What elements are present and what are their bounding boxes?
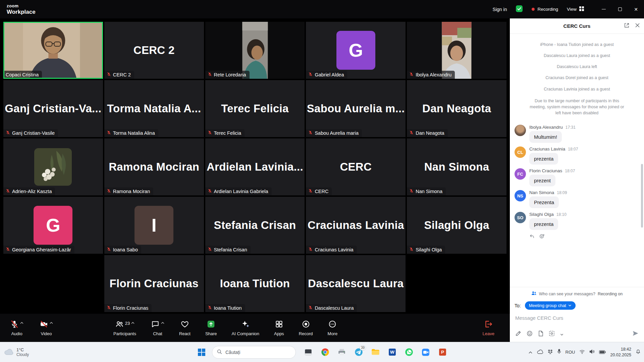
emoji-icon[interactable]: [527, 330, 533, 338]
participant-tile[interactable]: Craciunas Lavinia Craciunas Lavinia: [306, 197, 406, 254]
notifications-icon[interactable]: [636, 349, 641, 355]
tile-content: Terec Felicia: [205, 80, 305, 137]
chat-message-list[interactable]: iPhone - Ioana Tiution joined as a guest…: [510, 34, 644, 287]
toolbar-video-button[interactable]: Video: [40, 320, 53, 336]
chevron-up-icon[interactable]: [161, 320, 164, 325]
mic-muted-icon: [308, 189, 313, 194]
file-icon[interactable]: [538, 330, 543, 338]
taskbar-app-word-icon[interactable]: W: [385, 345, 399, 359]
toolbar-participants-button[interactable]: 23Participants: [113, 320, 136, 336]
onedrive-cloud-icon[interactable]: [537, 349, 543, 355]
share-icon: [207, 320, 215, 329]
dropbox-icon[interactable]: [548, 349, 553, 355]
add-reaction-icon[interactable]: [539, 234, 545, 240]
message-bubble[interactable]: Prezenta: [529, 196, 559, 208]
participant-display-name: Sabou Aurelia m...: [306, 80, 406, 137]
security-shield-icon[interactable]: [516, 5, 523, 14]
volume-icon[interactable]: [589, 349, 595, 355]
participant-tile[interactable]: Ganj Cristian-Va... Ganj Cristian-Vasile: [3, 80, 103, 137]
message-bubble[interactable]: Multumim!: [529, 131, 562, 143]
toolbar-item-label: More: [328, 331, 338, 336]
taskbar-app-printer-icon[interactable]: [335, 345, 349, 359]
taskbar-clock[interactable]: 18:42 20.02.2025: [610, 347, 631, 358]
close-button[interactable]: ✕: [628, 0, 644, 18]
chevron-up-icon[interactable]: [20, 320, 23, 325]
maximize-button[interactable]: [612, 0, 628, 18]
toolbar-record-button[interactable]: Record: [299, 320, 313, 336]
mic-tray-icon[interactable]: [557, 349, 561, 355]
chevron-up-icon[interactable]: [50, 320, 53, 325]
participant-tile[interactable]: Torma Natalia A... Torma Natalia Alina: [104, 80, 204, 137]
message-bubble[interactable]: prezent: [529, 175, 555, 186]
language-indicator[interactable]: ROU: [566, 350, 575, 355]
participant-tile[interactable]: I Ioana Sabo: [104, 197, 204, 254]
popout-icon[interactable]: [624, 22, 630, 29]
message-time: 18:09: [557, 190, 567, 195]
send-icon[interactable]: [632, 330, 639, 338]
minimize-button[interactable]: [596, 0, 612, 18]
participant-tile[interactable]: Ioana Tiution Ioana Tiution: [205, 255, 305, 312]
start-button[interactable]: [195, 345, 209, 359]
toolbar-share-button[interactable]: Share: [205, 320, 217, 336]
participant-tile[interactable]: CERC CERC: [306, 138, 406, 195]
battery-icon[interactable]: [599, 349, 606, 355]
wifi-icon[interactable]: [579, 349, 585, 355]
chat-scrollbar[interactable]: [641, 164, 643, 228]
message-bubble[interactable]: prezenta: [529, 153, 558, 165]
participant-tile[interactable]: Rete Loredana: [205, 22, 305, 79]
toolbar-ai-companion-button[interactable]: AI Companion: [232, 320, 259, 336]
mic-muted-icon: [308, 305, 313, 311]
participant-display-name: CERC 2: [104, 22, 204, 79]
participant-tile[interactable]: Nan Simona Nan Simona: [407, 138, 506, 195]
privacy-question[interactable]: Who can see your messages?: [539, 292, 595, 296]
participant-tile[interactable]: Dascalescu Laura Dascalescu Laura: [306, 255, 406, 312]
taskbar-search[interactable]: Căutați: [212, 346, 296, 359]
participant-tile[interactable]: G Georgiana Gherasim-Lazăr: [3, 197, 103, 254]
participant-tile[interactable]: Florin Craciunas Florin Craciunas: [104, 255, 204, 312]
chevron-down-icon[interactable]: [560, 331, 564, 337]
toolbar-chat-button[interactable]: Chat: [151, 320, 164, 336]
chat-message: FCFlorin Craciunas18:07prezent: [510, 165, 644, 187]
participant-tile[interactable]: Ibolya Alexandru: [407, 22, 506, 79]
video-grid: Copaci Cristina CERC 2 CERC 2 Rete Lored…: [0, 18, 510, 314]
participant-tile[interactable]: Ramona Mociran Ramona Mociran: [104, 138, 204, 195]
participant-name-label: Nan Simona: [407, 187, 446, 195]
taskbar-app-chrome-icon[interactable]: [318, 345, 332, 359]
recipient-selector[interactable]: Meeting group chat: [525, 301, 576, 310]
recording-indicator[interactable]: Recording: [532, 7, 558, 12]
message-bubble[interactable]: prezenta: [529, 218, 558, 230]
taskbar-app-file-explorer-icon[interactable]: [368, 345, 382, 359]
chevron-up-icon[interactable]: [528, 349, 533, 355]
sign-in-link[interactable]: Sign in: [493, 7, 507, 12]
reply-icon[interactable]: [529, 234, 535, 240]
toolbar-react-button[interactable]: React: [179, 320, 191, 336]
participant-tile[interactable]: Terec Felicia Terec Felicia: [205, 80, 305, 137]
toolbar-leave-button[interactable]: Leave: [483, 320, 494, 336]
chevron-up-icon[interactable]: [131, 320, 135, 325]
toolbar-audio-button[interactable]: Audio: [10, 320, 23, 336]
taskbar-app-window-app-icon[interactable]: [301, 345, 315, 359]
participant-tile[interactable]: Ardielan Lavinia... Ardielan Lavinia Gab…: [205, 138, 305, 195]
participant-tile[interactable]: CERC 2 CERC 2: [104, 22, 204, 79]
toolbar-apps-button[interactable]: Apps: [274, 320, 284, 336]
participant-tile[interactable]: Silaghi Olga Silaghi Olga: [407, 197, 506, 254]
participant-tile[interactable]: Copaci Cristina: [3, 22, 103, 79]
react-icon: [180, 320, 189, 329]
close-chat-icon[interactable]: [635, 23, 640, 29]
taskbar-app-zoom-app-icon[interactable]: [419, 345, 433, 359]
participant-tile[interactable]: Adrien-Aliz Kaszta: [3, 138, 103, 195]
format-icon[interactable]: [515, 330, 521, 338]
taskbar-app-whatsapp-icon[interactable]: [402, 345, 416, 359]
participant-tile[interactable]: Sabou Aurelia m... Sabou Aurelia maria: [306, 80, 406, 137]
toolbar-more-button[interactable]: More: [328, 320, 338, 336]
weather-widget[interactable]: 1°C Cloudy: [4, 347, 29, 357]
message-input[interactable]: Message CERC Curs: [510, 311, 644, 329]
view-button[interactable]: View: [567, 6, 584, 12]
participant-tile[interactable]: G Gabriel Aldea: [306, 22, 406, 79]
participant-tile[interactable]: Dan Neagota Dan Neagota: [407, 80, 506, 137]
titlebar-right: Sign in Recording View ✕: [493, 0, 644, 18]
screenshot-icon[interactable]: [549, 330, 555, 338]
taskbar-app-powerpoint-icon[interactable]: P: [435, 345, 449, 359]
taskbar-app-telegram-icon[interactable]: 39: [352, 345, 366, 359]
participant-tile[interactable]: Stefania Crisan Stefania Crisan: [205, 197, 305, 254]
